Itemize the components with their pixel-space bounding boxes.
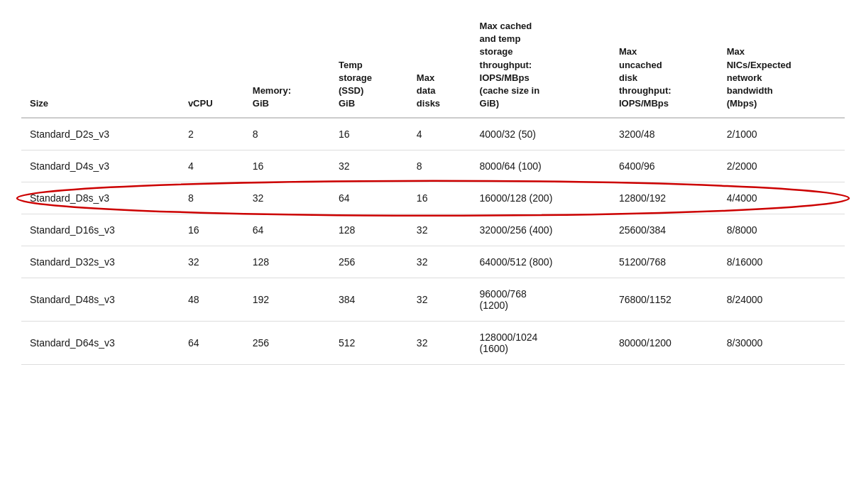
cell-max_cached: 96000/768(1200) [471,278,610,322]
cell-memory: 256 [244,322,330,365]
table-row: Standard_D4s_v34163288000/64 (100)6400/9… [21,150,845,182]
cell-temp_storage: 256 [330,246,408,278]
cell-size: Standard_D4s_v3 [21,150,180,182]
table-row: Standard_D16s_v316641283232000/256 (400)… [21,214,845,246]
table-header-row: SizevCPUMemory:GiBTempstorage(SSD)GiBMax… [21,14,845,118]
column-header-size: Size [21,14,180,118]
cell-max_uncached: 80000/1200 [610,322,718,365]
cell-vcpu: 8 [180,182,244,214]
cell-memory: 8 [244,118,330,150]
cell-size: Standard_D48s_v3 [21,278,180,322]
vm-sizes-table: SizevCPUMemory:GiBTempstorage(SSD)GiBMax… [21,14,845,365]
cell-memory: 32 [244,182,330,214]
cell-size: Standard_D16s_v3 [21,214,180,246]
cell-memory: 192 [244,278,330,322]
column-header-temp_storage: Tempstorage(SSD)GiB [330,14,408,118]
cell-max_nics: 8/16000 [718,246,845,278]
cell-max_data_disks: 16 [408,182,471,214]
cell-temp_storage: 64 [330,182,408,214]
cell-vcpu: 48 [180,278,244,322]
cell-vcpu: 16 [180,214,244,246]
cell-max_nics: 8/30000 [718,322,845,365]
cell-max_data_disks: 32 [408,278,471,322]
cell-max_nics: 4/4000 [718,182,845,214]
column-header-max_cached: Max cachedand tempstoragethroughput:IOPS… [471,14,610,118]
cell-max_uncached: 3200/48 [610,118,718,150]
cell-temp_storage: 512 [330,322,408,365]
table-row: Standard_D48s_v3481923843296000/768(1200… [21,278,845,322]
cell-size: Standard_D32s_v3 [21,246,180,278]
table-row: Standard_D2s_v3281644000/32 (50)3200/482… [21,118,845,150]
cell-max_nics: 8/8000 [718,214,845,246]
cell-size: Standard_D2s_v3 [21,118,180,150]
vm-sizes-table-container: SizevCPUMemory:GiBTempstorage(SSD)GiBMax… [21,14,845,365]
column-header-max_uncached: Maxuncacheddiskthroughput:IOPS/MBps [610,14,718,118]
cell-max_uncached: 25600/384 [610,214,718,246]
column-header-max_data_disks: Maxdatadisks [408,14,471,118]
cell-max_nics: 8/24000 [718,278,845,322]
table-row: Standard_D32s_v3321282563264000/512 (800… [21,246,845,278]
cell-max_cached: 8000/64 (100) [471,150,610,182]
cell-max_nics: 2/1000 [718,118,845,150]
cell-max_cached: 4000/32 (50) [471,118,610,150]
cell-max_cached: 64000/512 (800) [471,246,610,278]
cell-max_nics: 2/2000 [718,150,845,182]
cell-temp_storage: 16 [330,118,408,150]
cell-max_uncached: 6400/96 [610,150,718,182]
column-header-vcpu: vCPU [180,14,244,118]
cell-size: Standard_D64s_v3 [21,322,180,365]
cell-max_cached: 128000/1024(1600) [471,322,610,365]
cell-temp_storage: 384 [330,278,408,322]
cell-size: Standard_D8s_v3 [21,182,180,214]
cell-max_data_disks: 32 [408,246,471,278]
column-header-memory: Memory:GiB [244,14,330,118]
cell-memory: 128 [244,246,330,278]
cell-max_cached: 32000/256 (400) [471,214,610,246]
cell-max_cached: 16000/128 (200) [471,182,610,214]
cell-max_uncached: 76800/1152 [610,278,718,322]
cell-memory: 64 [244,214,330,246]
column-header-max_nics: MaxNICs/Expectednetworkbandwidth(Mbps) [718,14,845,118]
cell-vcpu: 2 [180,118,244,150]
cell-vcpu: 64 [180,322,244,365]
cell-max_data_disks: 32 [408,214,471,246]
cell-max_uncached: 51200/768 [610,246,718,278]
cell-max_uncached: 12800/192 [610,182,718,214]
table-row: Standard_D8s_v3832641616000/128 (200)128… [21,182,845,214]
cell-vcpu: 32 [180,246,244,278]
cell-temp_storage: 128 [330,214,408,246]
table-row: Standard_D64s_v36425651232128000/1024(16… [21,322,845,365]
cell-max_data_disks: 8 [408,150,471,182]
cell-temp_storage: 32 [330,150,408,182]
cell-memory: 16 [244,150,330,182]
cell-max_data_disks: 32 [408,322,471,365]
cell-vcpu: 4 [180,150,244,182]
cell-max_data_disks: 4 [408,118,471,150]
